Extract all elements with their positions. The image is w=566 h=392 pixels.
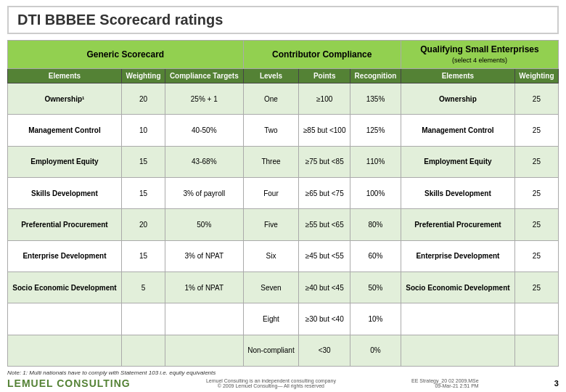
table-cell: 25 [514, 271, 558, 303]
table-row: Preferential Procurement2050%Five≥55 but… [8, 209, 559, 240]
table-cell: 5 [121, 271, 165, 303]
page-container: DTI BBBEE Scorecard ratings Generic Scor… [0, 0, 566, 392]
table-cell: Three [243, 146, 299, 177]
table-cell: ≥45 but <55 [299, 240, 350, 271]
table-cell: 50% [165, 209, 244, 240]
table-cell: Ownership [401, 83, 514, 115]
table-cell [165, 335, 244, 366]
table-row: Employment Equity1543-68%Three≥75 but <8… [8, 146, 559, 177]
table-body: Ownership¹2025% + 1One≥100135%Ownership2… [8, 83, 559, 367]
table-cell [8, 303, 122, 335]
table-cell: 15 [121, 146, 165, 177]
table-cell: 25 [514, 240, 558, 271]
table-cell: Socio Economic Development [401, 271, 514, 303]
table-cell: Four [243, 177, 299, 208]
table-cell: 25 [514, 177, 558, 208]
col-header-qs-weighting: Weighting [514, 69, 558, 83]
table-cell: 50% [350, 271, 401, 303]
table-cell: 135% [350, 83, 401, 115]
table-cell: 40-50% [165, 115, 244, 146]
table-row: Non-compliant<300% [8, 335, 559, 366]
table-cell: 25 [514, 146, 558, 177]
table-cell: Socio Economic Development [8, 271, 122, 303]
table-cell: <30 [299, 335, 350, 366]
footer: Note: 1: Multi nationals have to comply … [7, 369, 559, 376]
table-cell: Skills Development [8, 177, 122, 208]
scorecard-table: Generic Scorecard Contributor Compliance… [7, 40, 559, 367]
table-cell: Two [243, 115, 299, 146]
col-header-recognition: Recognition [350, 69, 401, 83]
table-cell: 43-68% [165, 146, 244, 177]
table-cell: Eight [243, 303, 299, 335]
header-group-row: Generic Scorecard Contributor Compliance… [8, 41, 559, 69]
table-cell [401, 335, 514, 366]
footer-company: Lemuel Consulting is an independent cons… [206, 378, 336, 388]
table-cell: ≥30 but <40 [299, 303, 350, 335]
table-cell [8, 335, 122, 366]
table-cell: 20 [121, 83, 165, 115]
footer-note: Note: 1: Multi nationals have to comply … [7, 369, 216, 376]
table-cell: 15 [121, 240, 165, 271]
table-cell: 100% [350, 177, 401, 208]
table-cell: 25 [514, 115, 558, 146]
table-cell: One [243, 83, 299, 115]
table-cell: Five [243, 209, 299, 240]
table-cell: ≥65 but <75 [299, 177, 350, 208]
column-header-row: Elements Weighting Compliance Targets Le… [8, 69, 559, 83]
table-cell: ≥55 but <65 [299, 209, 350, 240]
table-cell: Six [243, 240, 299, 271]
table-cell: 10 [121, 115, 165, 146]
table-row: Socio Economic Development51% of NPATSev… [8, 271, 559, 303]
table-cell: Enterprise Development [8, 240, 122, 271]
table-cell: 80% [350, 209, 401, 240]
table-row: Ownership¹2025% + 1One≥100135%Ownership2… [8, 83, 559, 115]
table-cell: Ownership¹ [8, 83, 122, 115]
col-header-elements: Elements [8, 69, 122, 83]
table-cell: Management Control [401, 115, 514, 146]
table-cell [514, 335, 558, 366]
table-cell: ≥75 but <85 [299, 146, 350, 177]
table-cell: 20 [121, 209, 165, 240]
table-cell [165, 303, 244, 335]
qualifying-enterprises-header: Qualifying Small Enterprises (select 4 e… [401, 41, 558, 69]
table-row: Eight≥30 but <4010% [8, 303, 559, 335]
contributor-compliance-header: Contributor Compliance [243, 41, 401, 69]
page-number: 3 [554, 379, 559, 388]
table-cell: Preferential Procurement [8, 209, 122, 240]
table-row: Management Control1040-50%Two≥85 but <10… [8, 115, 559, 146]
table-cell: 25 [514, 83, 558, 115]
table-cell: Employment Equity [8, 146, 122, 177]
table-cell: Non-compliant [243, 335, 299, 366]
table-cell: 0% [350, 335, 401, 366]
table-cell [514, 303, 558, 335]
table-cell: 60% [350, 240, 401, 271]
table-cell: Enterprise Development [401, 240, 514, 271]
table-cell: ≥40 but <45 [299, 271, 350, 303]
table-cell: 3% of payroll [165, 177, 244, 208]
table-cell: Employment Equity [401, 146, 514, 177]
table-cell: 3% of NPAT [165, 240, 244, 271]
table-cell [401, 303, 514, 335]
table-row: Skills Development153% of payrollFour≥65… [8, 177, 559, 208]
generic-scorecard-header: Generic Scorecard [8, 41, 244, 69]
col-header-points: Points [299, 69, 350, 83]
table-cell: 1% of NPAT [165, 271, 244, 303]
table-cell: 125% [350, 115, 401, 146]
col-header-weighting: Weighting [121, 69, 165, 83]
table-cell: Preferential Procurement [401, 209, 514, 240]
table-cell: 10% [350, 303, 401, 335]
table-cell: ≥85 but <100 [299, 115, 350, 146]
table-cell: 25 [514, 209, 558, 240]
col-header-qs-elements: Elements [401, 69, 514, 83]
table-cell: 25% + 1 [165, 83, 244, 115]
brand-name: LEMUEL CONSULTING [7, 377, 131, 389]
table-cell: Skills Development [401, 177, 514, 208]
table-row: Enterprise Development153% of NPATSix≥45… [8, 240, 559, 271]
table-cell: Seven [243, 271, 299, 303]
table-cell [121, 303, 165, 335]
footer-file-info: EE Strategy_20 02 2009.MSe 09-Mar-21 2:5… [411, 378, 479, 388]
table-cell: 15 [121, 177, 165, 208]
table-cell: ≥100 [299, 83, 350, 115]
col-header-compliance: Compliance Targets [165, 69, 244, 83]
col-header-levels: Levels [243, 69, 299, 83]
